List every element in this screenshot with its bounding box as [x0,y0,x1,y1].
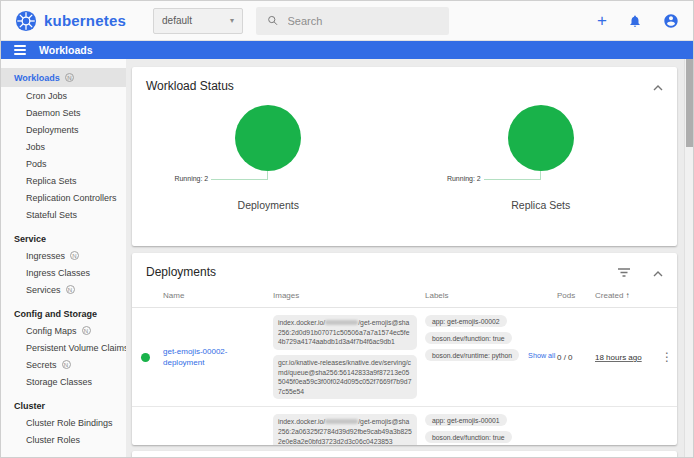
pie-running-slice [508,105,574,171]
sidebar-section-config-storage: Config and Storage [1,305,126,322]
search-input[interactable] [288,15,439,27]
replica-sets-pie-chart: Running: 2 Replica Sets [405,102,678,232]
user-icon [663,13,679,29]
sidebar-nav: Workloads N Cron Jobs Daemon Sets Deploy… [1,59,126,458]
column-actions [655,288,677,308]
kubernetes-dashboard: kubernetes default ▾ + [0,0,694,458]
label-chip: boson.dev/function: true [425,332,512,344]
pie-legend: Running: 2 [174,175,208,182]
table-row-pods: 0 / 0 [553,308,591,407]
sidebar-item-secrets[interactable]: Secrets N [1,356,126,373]
label-chip: app: get-emojis-00001 [425,414,507,426]
sidebar-item-services[interactable]: Services N [1,281,126,298]
label-chip: app: get-emojis-00002 [425,315,507,327]
chart-label: Replica Sets [405,199,678,211]
sidebar-item-storage-classes[interactable]: Storage Classes [1,373,126,390]
table-row-labels: app: get-emojis-00001 boson.dev/function… [421,407,553,445]
sidebar-item-label: Workloads [14,73,60,83]
bell-icon [628,14,642,28]
deployments-table: Name Images Labels Pods Created↑ get-emo… [132,288,677,445]
image-chip: index.docker.io//get-emojis@sha256:2d0d9… [273,315,417,350]
sidebar-section-cluster: Cluster [1,397,126,414]
column-labels[interactable]: Labels [421,288,553,308]
vertical-scrollbar[interactable] [684,59,693,458]
table-row-pods: 0 / 0 [553,407,591,445]
label-chip: boson.dev/runtime: python [425,349,519,361]
sidebar-item-replication-controllers[interactable]: Replication Controllers [1,189,126,206]
deployments-card: Deployments [132,253,677,445]
redacted-text [325,320,358,325]
sidebar-item-daemon-sets[interactable]: Daemon Sets [1,104,126,121]
namespaced-badge: N [70,251,79,260]
namespace-value: default [162,15,192,26]
table-row-actions: ⋮ [655,308,677,407]
chevron-up-icon [653,85,663,91]
create-resource-button[interactable]: + [597,12,607,29]
menu-toggle-button[interactable] [14,45,26,55]
column-images[interactable]: Images [269,288,421,308]
sidebar-item-replica-sets[interactable]: Replica Sets [1,172,126,189]
notifications-button[interactable] [628,14,642,28]
user-account-button[interactable] [663,13,679,29]
image-chip: gcr.io/knative-releases/knative.dev/serv… [273,355,417,400]
scrollbar-thumb[interactable] [686,59,693,147]
table-row-name: get-emojis-00001-deployment [159,407,269,445]
label-chip: boson.dev/function: true [425,431,512,443]
sidebar-item-workloads[interactable]: Workloads N [1,68,126,87]
topbar-actions: + [597,12,679,29]
table-row-labels: app: get-emojis-00002 boson.dev/function… [421,308,553,407]
sidebar-item-cluster-roles[interactable]: Cluster Roles [1,431,126,448]
table-row-created: 18 hours ago [591,308,655,407]
sidebar-item-cluster-role-bindings[interactable]: Cluster Role Bindings [1,414,126,431]
namespaced-badge: N [62,360,71,369]
namespace-selector[interactable]: default ▾ [153,8,243,34]
table-row-status [132,308,159,407]
table-row-status [132,407,159,445]
deployments-pie-chart: Running: 2 Deployments [132,102,405,232]
hamburger-icon [14,45,26,47]
sidebar-item-persistent-volume-claims[interactable]: Persistent Volume Claims N [1,339,126,356]
table-row-created: 19 hours ago [591,407,655,445]
sidebar-section-service: Service [1,230,126,247]
collapse-card-button[interactable] [653,263,663,281]
sidebar-item-ingresses[interactable]: Ingresses N [1,247,126,264]
legend-connector-line [484,171,541,180]
show-all-labels-link[interactable]: Show all [528,351,555,360]
deployments-title: Deployments [146,265,216,279]
sidebar-item-jobs[interactable]: Jobs [1,138,126,155]
column-name[interactable]: Name [159,288,269,308]
relative-timestamp: 18 hours ago [595,353,642,362]
search-icon [267,14,278,27]
search-box[interactable] [256,7,449,35]
workload-status-charts: Running: 2 Deployments Running: 2 Replic… [132,102,677,232]
pie-legend: Running: 2 [447,175,481,182]
sidebar-item-ingress-classes[interactable]: Ingress Classes [1,264,126,281]
collapse-card-button[interactable] [653,77,663,95]
kubernetes-logo[interactable]: kubernetes [15,10,126,32]
image-chip: index.docker.io//get-emojis@sha256:2a063… [273,414,417,445]
legend-connector-line [211,171,268,180]
top-app-bar: kubernetes default ▾ + [1,1,693,41]
column-pods[interactable]: Pods [553,288,591,308]
namespaced-badge: N [66,285,75,294]
sidebar-item-config-maps[interactable]: Config Maps N [1,322,126,339]
namespaced-badge: N [65,73,74,82]
sidebar-item-pods[interactable]: Pods [1,155,126,172]
workload-status-card: Workload Status Running: 2 [132,67,677,246]
row-actions-menu-button[interactable]: ⋮ [659,350,675,364]
status-running-icon [141,353,150,362]
chevron-down-icon: ▾ [230,16,234,25]
workload-status-title: Workload Status [146,79,234,93]
logo-text: kubernetes [44,12,126,29]
sidebar-item-stateful-sets[interactable]: Stateful Sets [1,206,126,223]
deployment-link[interactable]: get-emojis-00002-deployment [163,346,265,368]
main-content: Workload Status Running: 2 [126,59,684,458]
filter-button[interactable] [618,263,630,281]
filter-icon [618,268,630,277]
redacted-text [325,419,358,424]
sidebar-item-deployments[interactable]: Deployments [1,121,126,138]
table-row-name: get-emojis-00002-deployment [159,308,269,407]
column-created[interactable]: Created↑ [591,288,655,308]
chevron-up-icon [653,271,663,277]
sidebar-item-cron-jobs[interactable]: Cron Jobs [1,87,126,104]
